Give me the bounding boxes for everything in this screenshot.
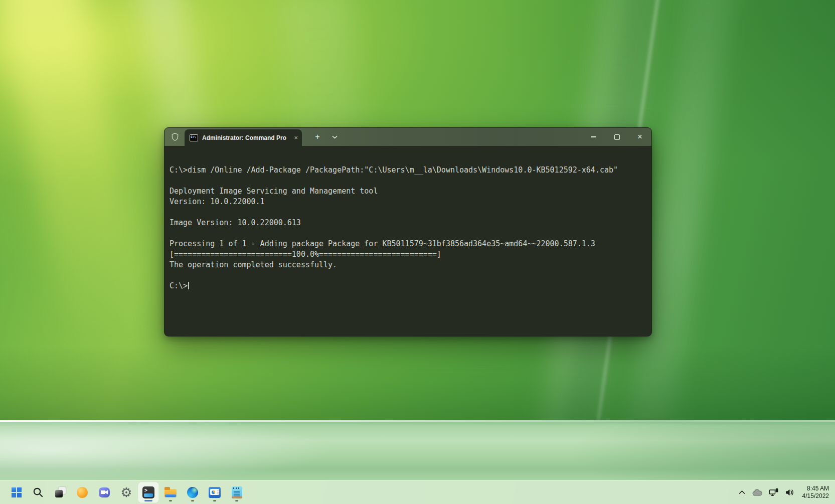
taskbar-item-search[interactable] xyxy=(28,482,48,502)
task-view-icon xyxy=(55,487,66,497)
terminal-prompt-line: C:\> xyxy=(170,281,651,291)
active-app-indicator xyxy=(144,500,152,501)
windows-terminal-icon xyxy=(142,486,154,498)
settings-gear-icon: ⚙ xyxy=(120,486,132,499)
notepad-icon xyxy=(232,486,242,498)
start-icon xyxy=(12,487,16,492)
cmd-icon xyxy=(190,134,198,141)
terminal-line xyxy=(170,207,651,218)
volume-icon xyxy=(785,488,794,496)
terminal-line: Image Version: 10.0.22000.613 xyxy=(170,218,651,228)
taskbar-item-settings[interactable]: ⚙ xyxy=(116,482,136,502)
terminal-line xyxy=(170,270,651,281)
taskbar-item-edge[interactable] xyxy=(183,482,203,502)
tab-close-icon[interactable]: × xyxy=(294,134,298,141)
terminal-prompt: C:\> xyxy=(170,281,188,290)
terminal-line: The operation completed successfully. xyxy=(170,260,651,270)
tray-onedrive-button[interactable] xyxy=(749,482,765,502)
terminal-line: [==========================100.0%=======… xyxy=(170,249,651,260)
chevron-down-icon xyxy=(332,135,338,139)
chevron-up-icon xyxy=(739,490,745,494)
taskbar-item-task-view[interactable] xyxy=(50,482,70,502)
maximize-button[interactable] xyxy=(605,128,628,146)
widgets-orb-icon xyxy=(77,487,88,498)
wallpaper-floor-reflection xyxy=(0,420,835,480)
terminal-window: Administrator: Command Pro × + × C:\>dis… xyxy=(164,127,652,337)
desktop[interactable]: Administrator: Command Pro × + × C:\>dis… xyxy=(0,0,835,504)
taskbar-item-chat[interactable] xyxy=(94,482,114,502)
running-app-indicator xyxy=(191,500,194,501)
wallpaper-horizon-shade xyxy=(0,346,835,420)
tray-overflow-button[interactable] xyxy=(735,482,749,502)
new-tab-button[interactable]: + xyxy=(311,131,324,143)
terminal-line xyxy=(170,228,651,239)
onedrive-cloud-icon xyxy=(752,489,762,496)
admin-shield-icon xyxy=(171,132,180,141)
teams-chat-icon xyxy=(99,487,110,497)
taskbar-item-start[interactable] xyxy=(6,482,26,502)
terminal-line xyxy=(170,176,651,186)
taskbar-app-icons: ⚙ xyxy=(5,482,248,502)
tab-dropdown-button[interactable] xyxy=(328,131,341,143)
terminal-line: Processing 1 of 1 - Adding package Packa… xyxy=(170,239,651,249)
taskbar-item-file-explorer[interactable] xyxy=(160,482,181,502)
network-icon xyxy=(769,488,779,497)
system-info-icon xyxy=(209,487,221,498)
tab-title: Administrator: Command Pro xyxy=(202,134,291,141)
minimize-icon xyxy=(591,136,596,137)
taskbar-item-terminal[interactable] xyxy=(138,482,158,502)
terminal-line: Deployment Image Servicing and Managemen… xyxy=(170,186,651,197)
tray-network-button[interactable] xyxy=(765,482,782,502)
terminal-line: Version: 10.0.22000.1 xyxy=(170,197,651,207)
close-button[interactable]: × xyxy=(628,128,651,146)
wallpaper-light-streak xyxy=(0,0,155,351)
search-icon xyxy=(33,487,44,498)
terminal-tab[interactable]: Administrator: Command Pro × xyxy=(185,129,302,146)
taskbar-item-widgets[interactable] xyxy=(72,482,92,502)
clock-date: 4/15/2022 xyxy=(802,492,829,500)
terminal-output[interactable]: C:\>dism /Online /Add-Package /PackagePa… xyxy=(164,146,651,336)
maximize-icon xyxy=(614,134,620,140)
taskbar-item-system-info[interactable] xyxy=(205,482,225,502)
clock-time: 8:45 AM xyxy=(802,485,829,492)
text-cursor xyxy=(188,282,189,289)
system-tray: 8:45 AM 4/15/2022 xyxy=(735,482,831,502)
minimize-button[interactable] xyxy=(582,128,605,146)
file-explorer-icon xyxy=(164,489,177,497)
running-app-indicator xyxy=(235,500,238,501)
edge-icon xyxy=(187,487,198,498)
taskbar-item-notepad[interactable] xyxy=(227,482,247,502)
window-controls: × xyxy=(582,128,651,146)
tray-volume-button[interactable] xyxy=(782,482,797,502)
taskbar: ⚙ xyxy=(0,480,835,504)
terminal-titlebar[interactable]: Administrator: Command Pro × + × xyxy=(164,128,651,146)
running-app-indicator xyxy=(169,500,172,501)
tray-clock[interactable]: 8:45 AM 4/15/2022 xyxy=(802,485,829,500)
running-app-indicator xyxy=(213,500,216,501)
terminal-line: C:\>dism /Online /Add-Package /PackagePa… xyxy=(170,165,651,176)
